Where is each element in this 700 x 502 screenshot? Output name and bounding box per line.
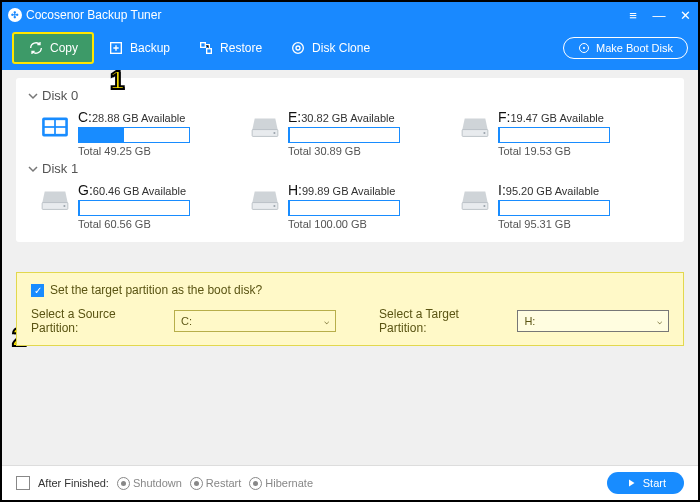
minimize-button[interactable]: —: [652, 8, 666, 22]
partition-total: Total 19.53 GB: [498, 145, 610, 157]
restore-icon: [198, 40, 214, 56]
disc-icon: [578, 42, 590, 54]
nav-backup[interactable]: Backup: [94, 34, 184, 62]
drive-icon: [460, 188, 490, 212]
svg-rect-11: [56, 128, 65, 134]
svg-rect-1: [201, 43, 206, 48]
start-button[interactable]: Start: [607, 472, 684, 494]
make-boot-disk-button[interactable]: Make Boot Disk: [563, 37, 688, 59]
disk-panel: Disk 0C:28.88 GB AvailableTotal 49.25 GB…: [16, 78, 684, 242]
source-value: C:: [181, 315, 192, 327]
drive-icon: [250, 115, 280, 139]
partition-row: G:60.46 GB AvailableTotal 60.56 GBH:99.8…: [40, 182, 668, 230]
partition-letter: F:19.47 GB Available: [498, 109, 610, 125]
start-label: Start: [643, 477, 666, 489]
partition-total: Total 95.31 GB: [498, 218, 610, 230]
footer: After Finished: Shutdown Restart Hiberna…: [2, 465, 698, 500]
partition-item[interactable]: H:99.89 GB AvailableTotal 100.00 GB: [250, 182, 420, 230]
partition-total: Total 60.56 GB: [78, 218, 190, 230]
partition-item[interactable]: I:95.20 GB AvailableTotal 95.31 GB: [460, 182, 630, 230]
partition-total: Total 49.25 GB: [78, 145, 190, 157]
svg-point-13: [273, 132, 275, 134]
svg-rect-9: [56, 120, 65, 126]
main-body: 1 Disk 0C:28.88 GB AvailableTotal 49.25 …: [2, 70, 698, 465]
partition-item[interactable]: F:19.47 GB AvailableTotal 19.53 GB: [460, 109, 630, 157]
partition-row: C:28.88 GB AvailableTotal 49.25 GBE:30.8…: [40, 109, 668, 157]
svg-rect-8: [45, 120, 54, 126]
partition-letter: G:60.46 GB Available: [78, 182, 190, 198]
nav-restore-label: Restore: [220, 41, 262, 55]
nav-diskclone[interactable]: Disk Clone: [276, 34, 384, 62]
svg-point-4: [296, 46, 300, 50]
partition-item[interactable]: G:60.46 GB AvailableTotal 60.56 GB: [40, 182, 210, 230]
partition-letter: E:30.82 GB Available: [288, 109, 400, 125]
clone-icon: [290, 40, 306, 56]
source-partition-select[interactable]: C: ⌵: [174, 310, 335, 332]
play-icon: [625, 477, 637, 489]
usage-bar: [498, 200, 610, 216]
nav-row: Copy Backup Restore Disk Clone Make Boot…: [2, 26, 698, 70]
drive-icon: [460, 115, 490, 139]
usage-bar: [498, 127, 610, 143]
source-label: Select a Source Partition:: [31, 307, 164, 335]
sync-icon: [28, 40, 44, 56]
partition-item[interactable]: E:30.82 GB AvailableTotal 30.89 GB: [250, 109, 420, 157]
target-partition-select[interactable]: H: ⌵: [517, 310, 669, 332]
chevron-down-icon: [28, 164, 38, 174]
radio-restart[interactable]: Restart: [190, 477, 241, 490]
partition-total: Total 100.00 GB: [288, 218, 400, 230]
svg-point-19: [273, 205, 275, 207]
app-logo-icon: ✣: [8, 8, 22, 22]
boot-checkbox[interactable]: ✓: [31, 284, 44, 297]
target-label: Select a Target Partition:: [379, 307, 507, 335]
svg-point-17: [63, 205, 65, 207]
titlebar: ✣ Cocosenor Backup Tuner ≡ — ✕: [2, 2, 698, 26]
usage-bar: [288, 127, 400, 143]
nav-backup-label: Backup: [130, 41, 170, 55]
disk-header[interactable]: Disk 1: [28, 161, 668, 176]
chevron-down-icon: [28, 91, 38, 101]
svg-point-15: [483, 132, 485, 134]
nav-copy-label: Copy: [50, 41, 78, 55]
windows-drive-icon: [40, 115, 70, 139]
nav-restore[interactable]: Restore: [184, 34, 276, 62]
partition-letter: H:99.89 GB Available: [288, 182, 400, 198]
usage-bar: [78, 200, 190, 216]
menu-icon[interactable]: ≡: [626, 8, 640, 22]
after-finished-checkbox[interactable]: [16, 476, 30, 490]
partition-item[interactable]: C:28.88 GB AvailableTotal 49.25 GB: [40, 109, 210, 157]
svg-rect-2: [207, 49, 212, 54]
target-value: H:: [524, 315, 535, 327]
annotation-1: 1: [110, 70, 124, 96]
svg-point-3: [293, 43, 304, 54]
app-header: ✣ Cocosenor Backup Tuner ≡ — ✕ Copy Back…: [2, 2, 698, 70]
boot-question-label: Set the target partition as the boot dis…: [50, 283, 262, 297]
after-finished-label: After Finished:: [38, 477, 109, 489]
usage-bar: [78, 127, 190, 143]
radio-shutdown[interactable]: Shutdown: [117, 477, 182, 490]
radio-hibernate[interactable]: Hibernate: [249, 477, 313, 490]
usage-bar: [288, 200, 400, 216]
drive-icon: [250, 188, 280, 212]
nav-copy[interactable]: Copy: [12, 32, 94, 64]
partition-total: Total 30.89 GB: [288, 145, 400, 157]
drive-icon: [40, 188, 70, 212]
svg-point-21: [483, 205, 485, 207]
close-button[interactable]: ✕: [678, 8, 692, 22]
svg-point-6: [583, 47, 585, 49]
chevron-down-icon: ⌵: [657, 316, 662, 326]
config-box: ✓ Set the target partition as the boot d…: [16, 272, 684, 346]
app-title: Cocosenor Backup Tuner: [26, 8, 626, 22]
chevron-down-icon: ⌵: [324, 316, 329, 326]
partition-letter: I:95.20 GB Available: [498, 182, 610, 198]
nav-diskclone-label: Disk Clone: [312, 41, 370, 55]
boot-disk-label: Make Boot Disk: [596, 42, 673, 54]
svg-rect-10: [45, 128, 54, 134]
partition-letter: C:28.88 GB Available: [78, 109, 190, 125]
backup-icon: [108, 40, 124, 56]
